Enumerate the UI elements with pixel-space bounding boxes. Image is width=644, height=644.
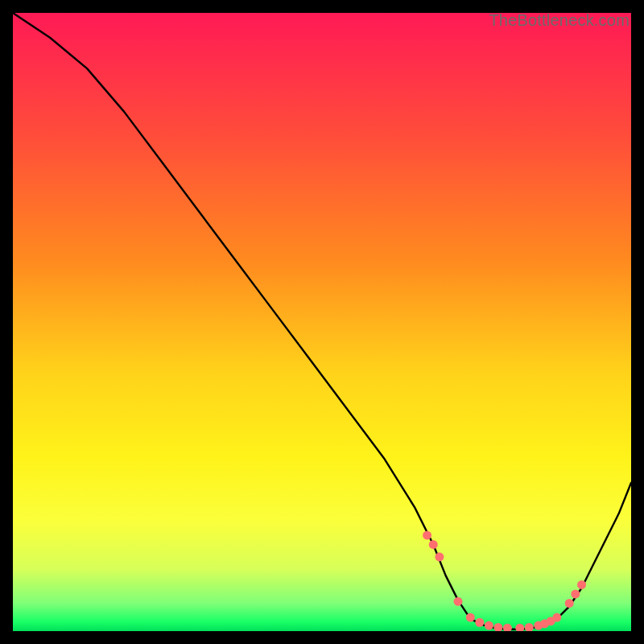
chart-frame: TheBottleneck.com: [13, 13, 631, 631]
marker-dot: [429, 540, 438, 549]
marker-dot: [435, 552, 444, 561]
bottleneck-chart: [13, 13, 631, 631]
marker-dot: [565, 599, 574, 608]
marker-dot: [423, 530, 431, 539]
marker-dot: [466, 613, 475, 622]
marker-dot: [453, 597, 462, 606]
marker-dot: [485, 621, 493, 630]
marker-dot: [577, 580, 586, 589]
gradient-background: [13, 13, 631, 631]
marker-dot: [571, 589, 580, 598]
watermark-text: TheBottleneck.com: [489, 11, 630, 30]
marker-dot: [475, 618, 484, 627]
marker-dot: [552, 613, 561, 622]
